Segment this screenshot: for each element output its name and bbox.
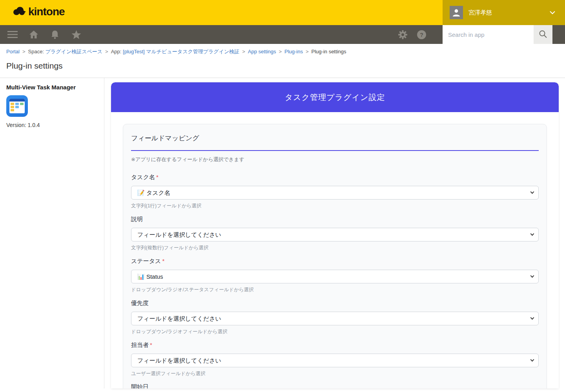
- favorites-star-icon[interactable]: [68, 27, 84, 42]
- search-box: [443, 25, 552, 44]
- breadcrumb-link[interactable]: プラグイン検証スペース: [46, 49, 102, 54]
- breadcrumb-link[interactable]: Plug-ins: [284, 49, 303, 54]
- breadcrumb-separator: >: [105, 49, 108, 54]
- user-menu[interactable]: 宮澤孝慈: [443, 0, 565, 25]
- field-label: 開始日: [131, 383, 539, 388]
- plugin-app-icon: [6, 95, 28, 117]
- field-select[interactable]: 📝 タスク名: [131, 186, 539, 200]
- hamburger-menu-icon[interactable]: [5, 27, 20, 42]
- breadcrumb-prefix: Space:: [28, 49, 46, 54]
- home-icon[interactable]: [26, 27, 42, 42]
- breadcrumb-separator: >: [22, 49, 26, 54]
- field-row: 説明フィールドを選択してください文字列(複数行)フィールドから選択: [131, 215, 539, 251]
- plugin-app-icon-board: [9, 99, 25, 113]
- section-title: フィールドマッピング: [131, 134, 539, 151]
- plugin-icon-columns: [9, 102, 25, 113]
- top-header: kintone 宮澤孝慈: [0, 0, 565, 25]
- field-row: 担当者*フィールドを選択してくださいユーザー選択フィールドから選択: [131, 341, 539, 377]
- field-label: ステータス*: [131, 257, 539, 265]
- chevron-down-icon: [549, 9, 556, 16]
- plugin-icon-col1: [11, 103, 14, 111]
- breadcrumb-link[interactable]: App settings: [248, 49, 276, 54]
- field-select-wrap: フィールドを選択してください: [131, 228, 539, 241]
- field-select[interactable]: フィールドを選択してください: [131, 312, 539, 325]
- field-help: 文字列(1行)フィールドから選択: [131, 203, 539, 209]
- plugin-icon-col3: [20, 103, 24, 111]
- content-area: Multi-View Task Manager Version: 1.0.4: [0, 78, 565, 388]
- search-button[interactable]: [534, 25, 552, 44]
- field-select-wrap: フィールドを選択してください: [131, 312, 539, 325]
- logo-text: kintone: [28, 5, 65, 18]
- breadcrumb-separator: >: [306, 49, 309, 54]
- toolbar-left: [0, 27, 84, 42]
- search-input[interactable]: [443, 25, 534, 44]
- section-note: ※アプリに存在するフィールドから選択できます: [131, 156, 539, 163]
- field-label: 優先度: [131, 299, 539, 307]
- search-icon: [539, 30, 547, 40]
- breadcrumb-link[interactable]: [plugTest] マルチビュータスク管理プラグイン検証: [123, 49, 239, 54]
- field-select-wrap: 📊 Status: [131, 270, 539, 283]
- kintone-cloud-icon: [13, 6, 26, 18]
- settings-gear-icon[interactable]: [395, 27, 410, 42]
- field-select[interactable]: 📊 Status: [131, 270, 539, 283]
- plugin-icon-header-bar: [9, 99, 25, 102]
- field-row: タスク名*📝 タスク名文字列(1行)フィールドから選択: [131, 173, 539, 209]
- toolbar: ?: [0, 25, 565, 44]
- plugin-name: Multi-View Task Manager: [6, 84, 98, 91]
- user-avatar-icon: [450, 6, 463, 19]
- breadcrumb-current: Plug-in settings: [312, 49, 346, 54]
- field-row: 開始日: [131, 383, 539, 388]
- toolbar-right: ?: [395, 25, 429, 44]
- field-help: ドロップダウン/ラジオ/ステータスフィールドから選択: [131, 287, 539, 293]
- field-help: ドロップダウン/ラジオフィールドから選択: [131, 328, 539, 335]
- field-label: タスク名*: [131, 173, 539, 181]
- breadcrumb-prefix: App:: [111, 49, 123, 54]
- help-icon[interactable]: ?: [414, 27, 429, 42]
- required-asterisk: *: [162, 258, 164, 264]
- breadcrumb: Portal>Space: プラグイン検証スペース>App: [plugTest…: [0, 44, 565, 55]
- settings-panel: タスク管理プラグイン設定 フィールドマッピング ※アプリに存在するフィールドから…: [111, 82, 559, 388]
- plugin-version: Version: 1.0.4: [6, 122, 98, 128]
- required-asterisk: *: [156, 174, 159, 180]
- field-select[interactable]: フィールドを選択してください: [131, 354, 539, 367]
- user-name: 宮澤孝慈: [468, 9, 544, 16]
- notification-bell-icon[interactable]: [47, 27, 63, 42]
- plugin-sidebar: Multi-View Task Manager Version: 1.0.4: [0, 78, 104, 388]
- field-select-wrap: 📝 タスク名: [131, 186, 539, 200]
- breadcrumb-link[interactable]: Portal: [6, 49, 20, 54]
- field-label: 担当者*: [131, 341, 539, 349]
- panel-header: タスク管理プラグイン設定: [111, 82, 559, 112]
- field-select[interactable]: フィールドを選択してください: [131, 228, 539, 241]
- field-help: ユーザー選択フィールドから選択: [131, 370, 539, 377]
- field-row: 優先度フィールドを選択してくださいドロップダウン/ラジオフィールドから選択: [131, 299, 539, 335]
- page-title: Plug-in settings: [0, 55, 565, 71]
- breadcrumb-separator: >: [242, 49, 245, 54]
- kintone-logo[interactable]: kintone: [13, 5, 65, 18]
- field-help: 文字列(複数行)フィールドから選択: [131, 245, 539, 251]
- required-asterisk: *: [150, 341, 152, 348]
- svg-text:?: ?: [420, 31, 423, 38]
- main-area: タスク管理プラグイン設定 フィールドマッピング ※アプリに存在するフィールドから…: [104, 78, 565, 388]
- field-list: タスク名*📝 タスク名文字列(1行)フィールドから選択説明フィールドを選択してく…: [131, 173, 539, 388]
- field-row: ステータス*📊 Statusドロップダウン/ラジオ/ステータスフィールドから選択: [131, 257, 539, 293]
- panel-title: タスク管理プラグイン設定: [285, 92, 385, 103]
- field-mapping-card: フィールドマッピング ※アプリに存在するフィールドから選択できます タスク名*📝…: [123, 124, 547, 388]
- plugin-icon-col2: [15, 103, 19, 111]
- field-select-wrap: フィールドを選択してください: [131, 354, 539, 367]
- field-label: 説明: [131, 215, 539, 223]
- breadcrumb-separator: >: [279, 49, 282, 54]
